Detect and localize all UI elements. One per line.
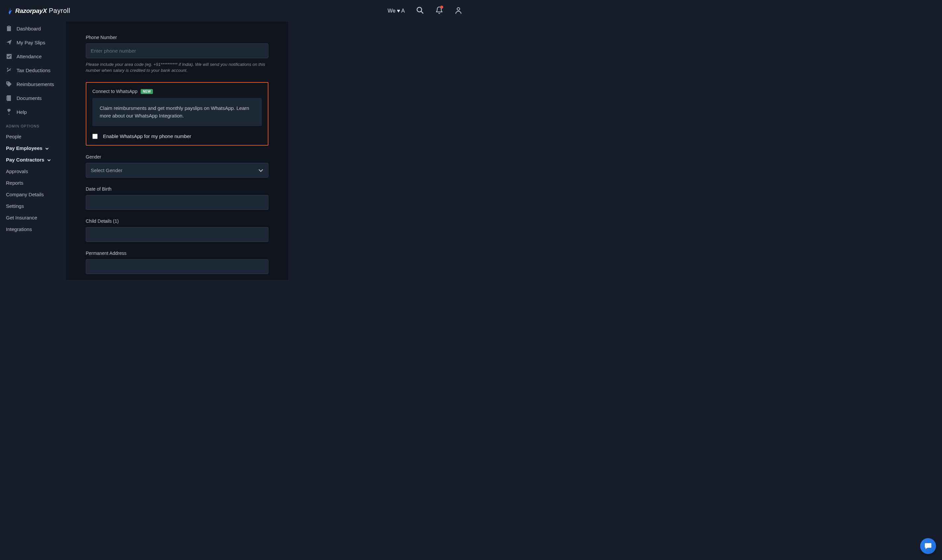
sidebar-item-label: Reimbursements [17, 82, 54, 87]
svg-rect-11 [6, 96, 7, 100]
logo-area[interactable]: RazorpayX Payroll [8, 7, 70, 15]
svg-point-12 [9, 114, 9, 115]
sidebar-admin-label: Settings [6, 203, 24, 209]
sidebar: Dashboard My Pay Slips Attendance Tax De… [0, 22, 66, 280]
admin-options-heading: Admin Options [0, 119, 66, 131]
child-details-input[interactable] [86, 227, 268, 242]
brand-name: RazorpayX [15, 7, 47, 15]
notification-dot-icon [440, 6, 443, 9]
svg-point-8 [7, 68, 8, 69]
dob-label: Date of Birth [86, 186, 268, 192]
permanent-address-group: Permanent Address [86, 251, 268, 274]
sidebar-admin-label: Pay Employees [6, 145, 42, 151]
permanent-address-label: Permanent Address [86, 251, 268, 256]
sidebar-admin-pay-employees[interactable]: Pay Employees [0, 142, 66, 154]
product-name: Payroll [49, 7, 71, 15]
gender-group: Gender Select Gender [86, 154, 268, 178]
search-icon [416, 6, 424, 15]
sidebar-item-label: My Pay Slips [17, 40, 45, 45]
svg-point-9 [7, 82, 8, 83]
sidebar-admin-label: Company Details [6, 192, 44, 197]
search-button[interactable] [416, 6, 425, 15]
send-icon [6, 39, 12, 45]
razorpay-logo-icon [8, 7, 13, 15]
whatsapp-heading-label: Connect to WhatsApp [92, 89, 137, 94]
sidebar-admin-approvals[interactable]: Approvals [0, 166, 66, 177]
whatsapp-enable-checkbox[interactable] [92, 134, 98, 139]
sidebar-admin-label: Integrations [6, 226, 32, 232]
sidebar-item-help[interactable]: Help [0, 105, 66, 119]
sidebar-item-label: Dashboard [17, 26, 41, 31]
phone-number-group: Phone Number Please include your area co… [86, 35, 268, 74]
sidebar-item-pay-slips[interactable]: My Pay Slips [0, 35, 66, 49]
gender-select[interactable]: Select Gender [86, 163, 268, 178]
gender-label: Gender [86, 154, 268, 160]
dob-group: Date of Birth [86, 186, 268, 210]
sidebar-admin-settings[interactable]: Settings [0, 200, 66, 212]
phone-number-input[interactable] [86, 43, 268, 58]
child-details-group: Child Details (1) [86, 218, 268, 242]
sidebar-item-dashboard[interactable]: Dashboard [0, 22, 66, 35]
sidebar-admin-label: People [6, 134, 22, 139]
svg-rect-3 [7, 26, 11, 31]
chevron-down-icon [258, 168, 263, 173]
check-square-icon [6, 53, 12, 59]
child-details-label: Child Details (1) [86, 218, 268, 224]
permanent-address-input[interactable] [86, 259, 268, 274]
chevron-down-icon [45, 145, 49, 151]
phone-number-label: Phone Number [86, 35, 268, 40]
help-icon [6, 109, 12, 115]
sidebar-admin-label: Get Insurance [6, 215, 37, 220]
sidebar-admin-label: Approvals [6, 168, 28, 174]
app-header: RazorpayX Payroll We ♥ A [0, 0, 471, 22]
main-content: Phone Number Please include your area co… [66, 22, 288, 280]
new-badge: NEW [141, 89, 153, 94]
sidebar-admin-people[interactable]: People [0, 131, 66, 142]
notifications-button[interactable] [435, 6, 444, 15]
sidebar-item-label: Attendance [17, 54, 42, 59]
whatsapp-checkbox-label: Enable WhatsApp for my phone number [103, 133, 191, 139]
dob-input[interactable] [86, 195, 268, 210]
sidebar-admin-get-insurance[interactable]: Get Insurance [0, 212, 66, 223]
sidebar-item-label: Tax Deductions [17, 68, 51, 73]
sidebar-item-tax-deductions[interactable]: Tax Deductions [0, 63, 66, 77]
sidebar-admin-label: Pay Contractors [6, 157, 45, 163]
gender-select-placeholder: Select Gender [91, 168, 122, 173]
sidebar-admin-label: Reports [6, 180, 23, 186]
whatsapp-highlight-box: Connect to WhatsApp NEW Claim reimbursme… [86, 82, 268, 146]
sidebar-item-label: Help [17, 109, 27, 115]
header-greeting: We ♥ A [388, 8, 405, 14]
svg-line-1 [421, 11, 423, 13]
sidebar-item-reimbursements[interactable]: Reimbursements [0, 77, 66, 91]
sidebar-item-attendance[interactable]: Attendance [0, 49, 66, 63]
phone-helper-text: Please include your area code (eg. +91**… [86, 62, 268, 74]
sidebar-admin-reports[interactable]: Reports [0, 177, 66, 189]
user-icon [454, 6, 462, 15]
tag-icon [6, 81, 12, 87]
sidebar-admin-company-details[interactable]: Company Details [0, 189, 66, 200]
sidebar-admin-pay-contractors[interactable]: Pay Contractors [0, 154, 66, 166]
svg-rect-10 [7, 95, 11, 101]
sidebar-item-label: Documents [17, 95, 42, 101]
folder-icon [6, 95, 12, 101]
clipboard-icon [6, 26, 12, 31]
right-panel-filler [288, 22, 471, 280]
profile-button[interactable] [454, 6, 463, 15]
svg-point-2 [457, 8, 460, 10]
sidebar-item-documents[interactable]: Documents [0, 91, 66, 105]
chevron-down-icon [47, 157, 51, 163]
whatsapp-info-text: Claim reimbursments and get monthly pays… [92, 98, 262, 126]
svg-rect-4 [8, 26, 10, 27]
percent-icon [6, 67, 12, 73]
sidebar-admin-integrations[interactable]: Integrations [0, 223, 66, 235]
